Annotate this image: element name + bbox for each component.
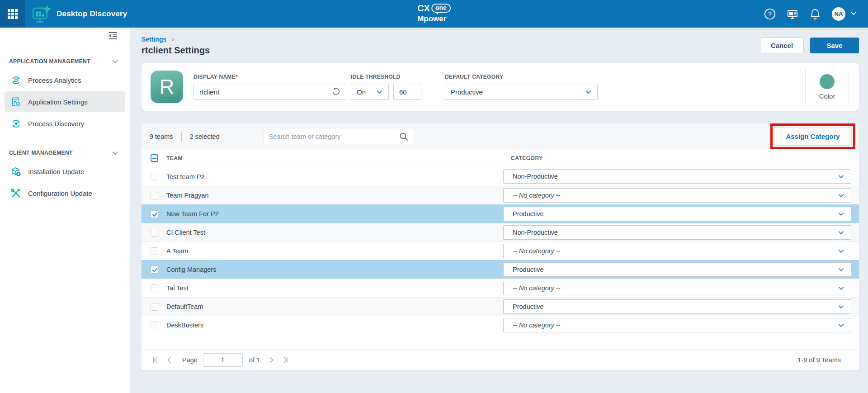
table-row[interactable]: Test team P2 Non-Productive: [142, 167, 859, 186]
next-page-button[interactable]: [266, 355, 276, 365]
notifications-button[interactable]: [809, 8, 821, 20]
table-row[interactable]: Config Managers Productive: [142, 260, 859, 279]
section-label: APPLICATION MANAGEMENT: [9, 58, 90, 65]
page-title: rtclient Settings: [142, 45, 210, 56]
section-client-management[interactable]: CLIENT MANAGEMENT: [0, 149, 130, 156]
idle-threshold-toggle-select[interactable]: On: [351, 84, 389, 100]
sidebar-item-label: Configuration Update: [28, 189, 92, 197]
team-name: Test team P2: [166, 173, 205, 180]
display-name-label: DISPLAY NAME*: [193, 74, 346, 80]
idle-threshold-label: IDLE THRESHOLD: [351, 74, 421, 80]
team-name: DefaultTeam: [166, 303, 203, 310]
save-button[interactable]: Save: [810, 38, 859, 53]
sidebar-item-application-settings[interactable]: Application Settings: [5, 91, 125, 112]
category-select[interactable]: -- No category --: [503, 318, 851, 332]
collapse-panel-icon: [108, 31, 118, 40]
app-brand: Desktop Discovery: [32, 5, 127, 24]
undo-icon: [331, 87, 340, 96]
default-category-select[interactable]: Productive: [445, 84, 598, 100]
row-checkbox[interactable]: [151, 229, 158, 237]
row-checkbox[interactable]: [151, 173, 158, 180]
category-select[interactable]: -- No category --: [503, 188, 851, 203]
user-avatar[interactable]: NA: [832, 7, 845, 21]
row-checkbox[interactable]: [151, 192, 158, 199]
sidebar-item-process-analytics[interactable]: Process Analytics: [5, 70, 125, 90]
svg-text:?: ?: [768, 10, 772, 18]
required-marker: *: [236, 74, 238, 80]
category-value: Productive: [513, 303, 838, 310]
category-select[interactable]: Productive: [503, 262, 851, 277]
teams-count: 9 teams: [150, 133, 173, 140]
chevron-down-icon: [112, 149, 119, 156]
team-column-header: TEAM: [166, 155, 183, 161]
table-row[interactable]: New Team For P2 Productive: [142, 204, 859, 223]
table-row[interactable]: DefaultTeam Productive: [142, 297, 859, 316]
sidebar-collapse-button[interactable]: [108, 31, 118, 42]
display-name-input[interactable]: [199, 88, 331, 96]
category-value: -- No category --: [513, 247, 838, 255]
section-application-management[interactable]: APPLICATION MANAGEMENT: [0, 58, 130, 65]
category-value: Productive: [513, 210, 838, 218]
breadcrumb-settings-link[interactable]: Settings: [142, 36, 166, 43]
table-row[interactable]: CI Client Test Non-Productive: [142, 223, 859, 241]
sidebar-item-label: Process Analytics: [28, 76, 81, 84]
team-search-input[interactable]: [269, 133, 399, 140]
chevron-down-icon: [838, 285, 844, 292]
last-page-button[interactable]: [280, 355, 290, 365]
page-number-input[interactable]: [203, 353, 243, 367]
configuration-update-icon: [10, 188, 21, 199]
sidebar-item-process-discovery[interactable]: Process Discovery: [5, 113, 125, 134]
row-checkbox[interactable]: [151, 322, 158, 329]
team-search-box: [263, 129, 414, 144]
presentation-button[interactable]: [787, 8, 798, 20]
row-checkbox[interactable]: [151, 303, 158, 311]
chevron-down-icon: [838, 303, 844, 310]
sidebar-item-configuration-update[interactable]: Configuration Update: [5, 183, 125, 204]
logo-one-bubble: one: [431, 4, 451, 13]
table-row[interactable]: DeskBusters -- No category --: [142, 316, 859, 334]
category-column-header: CATEGORY: [511, 155, 543, 161]
category-select[interactable]: Productive: [503, 299, 851, 314]
assign-category-button[interactable]: Assign Category: [774, 127, 852, 146]
color-swatch[interactable]: [820, 74, 835, 89]
divider: [181, 132, 182, 142]
cxone-mpower-logo: CX one Mpower: [417, 3, 451, 24]
select-all-checkbox[interactable]: [151, 154, 158, 162]
table-row[interactable]: Team Pragyan -- No category --: [142, 186, 859, 204]
user-menu-button[interactable]: [850, 9, 857, 19]
category-value: -- No category --: [513, 322, 838, 329]
client-settings-card: R DISPLAY NAME* IDLE THRESHOLD: [142, 63, 859, 111]
category-select[interactable]: -- No category --: [503, 244, 851, 258]
row-checkbox[interactable]: [151, 266, 158, 274]
category-select[interactable]: Non-Productive: [503, 225, 851, 240]
row-checkbox[interactable]: [151, 210, 158, 218]
first-page-button[interactable]: [151, 355, 160, 365]
previous-page-button[interactable]: [165, 355, 175, 365]
row-checkbox[interactable]: [151, 247, 158, 255]
logo-mpower-text: Mpower: [417, 15, 451, 24]
reset-name-button[interactable]: [331, 87, 340, 96]
sidebar-item-installation-update[interactable]: Installation Update: [5, 161, 125, 182]
category-select[interactable]: Productive: [503, 207, 851, 221]
app-launcher-button[interactable]: [0, 0, 25, 28]
color-label: Color: [819, 92, 835, 100]
first-page-icon: [151, 356, 160, 364]
idle-toggle-value: On: [357, 88, 366, 96]
row-checkbox[interactable]: [151, 284, 158, 292]
breadcrumb: Settings >: [142, 36, 210, 43]
team-name: Config Managers: [166, 266, 216, 273]
idle-threshold-seconds-input[interactable]: 60: [393, 84, 421, 100]
category-select[interactable]: -- No category --: [503, 281, 851, 295]
app-title: Desktop Discovery: [57, 9, 127, 19]
cancel-button[interactable]: Cancel: [760, 38, 804, 53]
table-row[interactable]: Tal Test -- No category --: [142, 279, 859, 297]
chevron-down-icon: [585, 89, 592, 95]
category-value: Non-Productive: [513, 173, 838, 180]
page-of-label: of 1: [249, 356, 260, 364]
category-select[interactable]: Non-Productive: [503, 169, 851, 184]
help-button[interactable]: ?: [764, 8, 776, 20]
team-name: DeskBusters: [166, 322, 203, 329]
results-range-label: 1-9 of 9 Teams: [797, 356, 841, 364]
table-header: TEAM CATEGORY: [142, 149, 859, 167]
table-row[interactable]: A Team -- No category --: [142, 241, 859, 260]
